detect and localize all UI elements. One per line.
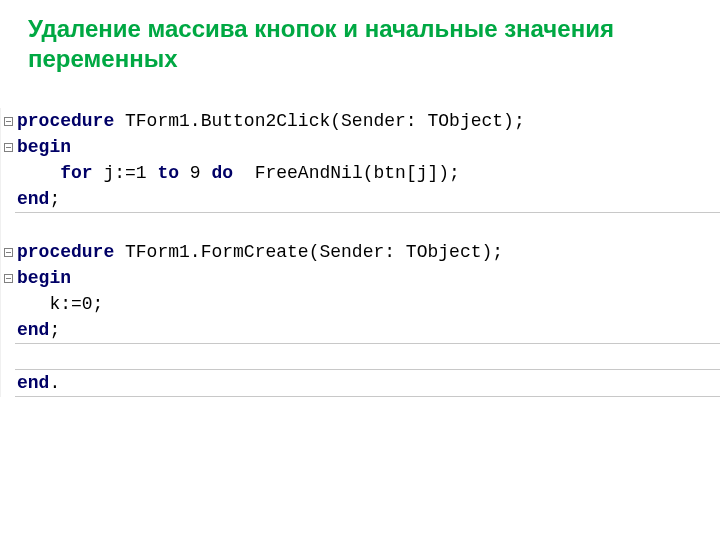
code-text: TForm1.FormCreate(Sender: TObject); <box>114 242 503 262</box>
fold-gutter <box>1 370 15 396</box>
code-blank-line <box>15 344 720 370</box>
fold-gutter <box>1 213 15 239</box>
fold-gutter <box>1 317 15 343</box>
code-text: ; <box>49 189 60 209</box>
fold-gutter-collapse-icon[interactable] <box>1 134 15 160</box>
keyword: end <box>17 320 49 340</box>
code-line: begin <box>1 134 720 160</box>
keyword: procedure <box>17 111 114 131</box>
keyword: for <box>60 163 92 183</box>
keyword: begin <box>17 268 71 288</box>
keyword: begin <box>17 137 71 157</box>
keyword: procedure <box>17 242 114 262</box>
fold-gutter-collapse-icon[interactable] <box>1 108 15 134</box>
keyword: to <box>157 163 179 183</box>
code-text: j:=1 <box>93 163 158 183</box>
fold-gutter-collapse-icon[interactable] <box>1 239 15 265</box>
code-line: for j:=1 to 9 do FreeAndNil(btn[j]); <box>1 160 720 186</box>
code-line: procedure TForm1.Button2Click(Sender: TO… <box>1 108 720 134</box>
code-text: TForm1.Button2Click(Sender: TObject); <box>114 111 524 131</box>
code-text: . <box>49 373 60 393</box>
code-text: FreeAndNil(btn[j]); <box>233 163 460 183</box>
fold-gutter <box>1 291 15 317</box>
keyword: end <box>17 373 49 393</box>
fold-gutter <box>1 344 15 370</box>
code-text <box>17 163 60 183</box>
code-text: k:=0; <box>17 294 103 314</box>
code-text: ; <box>49 320 60 340</box>
code-text: 9 <box>179 163 211 183</box>
code-blank-line <box>1 213 720 239</box>
fold-gutter <box>1 186 15 212</box>
fold-gutter <box>1 160 15 186</box>
fold-gutter-collapse-icon[interactable] <box>1 265 15 291</box>
code-editor: procedure TForm1.Button2Click(Sender: TO… <box>0 108 720 397</box>
page-title: Удаление массива кнопок и начальные знач… <box>0 0 720 80</box>
code-line: procedure TForm1.FormCreate(Sender: TObj… <box>1 239 720 265</box>
code-line: end; <box>15 317 720 344</box>
code-line: end. <box>15 370 720 397</box>
code-line: k:=0; <box>1 291 720 317</box>
code-line: begin <box>1 265 720 291</box>
code-line: end; <box>15 186 720 213</box>
keyword: end <box>17 189 49 209</box>
keyword: do <box>211 163 233 183</box>
